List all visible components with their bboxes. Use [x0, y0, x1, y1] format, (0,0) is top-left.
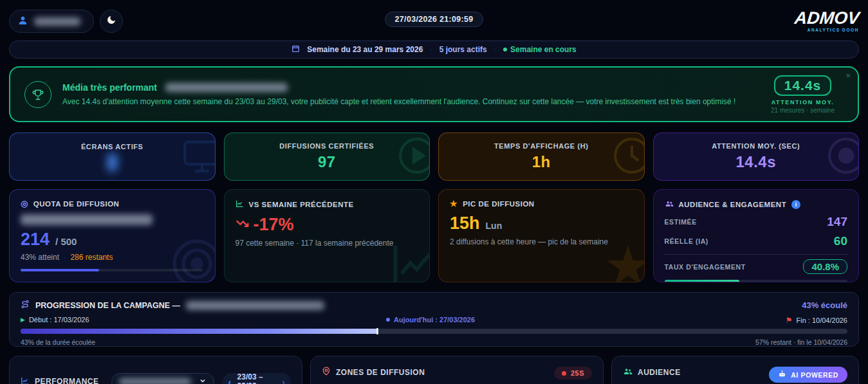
stat-value: 97 — [318, 153, 336, 171]
dashboard-page: 27/03/2026 21:09:59 ADMOV ANALYTICS DOOH… — [0, 0, 868, 384]
trending-down-icon — [235, 217, 249, 233]
vs-week-delta: -17% — [254, 215, 294, 235]
engagement-rate-badge: 40.8% — [803, 259, 847, 274]
peak-day: Lun — [486, 221, 503, 231]
stat-value: 14.4s — [735, 153, 776, 171]
quota-remaining: 286 restants — [70, 253, 113, 262]
status-dot-icon — [503, 48, 507, 51]
quota-card: ◎ QUOTA DE DIFFUSION 214 / 500 43% attei… — [9, 189, 216, 282]
refresh-countdown-badge: 25S — [554, 367, 592, 379]
progression-end: ⚑ Fin : 10/04/2026 — [786, 316, 847, 325]
flag-icon: ⚑ — [786, 316, 793, 325]
stats-row: ÉCRANS ACTIFS DIFFUSIONS CERTIFIÉES 97 T… — [9, 133, 859, 181]
trophy-icon — [24, 81, 51, 108]
redacted-media-name — [165, 83, 288, 92]
theme-toggle-button[interactable] — [100, 10, 123, 33]
quota-progress-fill — [21, 269, 99, 271]
redacted-campaign-name — [186, 301, 324, 310]
user-icon — [17, 15, 28, 28]
alert-metric-block: 14.4s ATTENTION MOY. 21 mesures · semain… — [771, 75, 835, 114]
estimated-label: ESTIMÉE — [665, 218, 697, 226]
logo-title: ADMOV — [793, 10, 860, 27]
separator: · — [430, 46, 432, 53]
peak-value: 15h — [450, 214, 480, 233]
engagement-label: TAUX D'ENGAGEMENT — [665, 263, 746, 271]
performance-card: PERFORMANCE ‹ 23/03 – 29/03 › — [9, 356, 302, 384]
diffusion-zones-card: ZONES DE DIFFUSION 25S — [310, 356, 604, 384]
admov-logo: ADMOV ANALYTICS DOOH — [795, 10, 860, 33]
peak-card: ★ PIC DE DIFFUSION 15h Lun 2 diffusions … — [438, 189, 645, 282]
date-range-nav: ‹ 23/03 – 29/03 › — [223, 373, 291, 384]
bottom-cards-row: PERFORMANCE ‹ 23/03 – 29/03 › ZONES DE D… — [9, 356, 859, 384]
stat-value: 1h — [532, 153, 551, 171]
ai-powered-badge: AI POWERED — [769, 367, 847, 383]
vs-week-title: VS SEMAINE PRÉCÉDENTE — [249, 201, 354, 208]
clock-icon — [612, 136, 645, 178]
eye-icon — [826, 136, 859, 178]
stat-card-display-time: TEMPS D'AFFICHAGE (H) 1h — [438, 133, 645, 181]
quota-pct: 43% atteint — [21, 253, 59, 262]
performance-alert-banner: Média très performant Avec 14.4s d'atten… — [9, 66, 859, 122]
chart-bg-icon — [387, 239, 430, 282]
progression-pct-elapsed: 43% écoulé — [802, 300, 847, 310]
separator: · — [494, 46, 496, 53]
top-bar: 27/03/2026 21:09:59 ADMOV ANALYTICS DOOH — [9, 8, 859, 35]
estimated-value: 147 — [827, 215, 847, 229]
info-cards-row: ◎ QUOTA DE DIFFUSION 214 / 500 43% attei… — [9, 189, 859, 282]
route-icon — [21, 300, 30, 311]
audience-title: AUDIENCE — [638, 368, 681, 377]
audience-card: AUDIENCE AI POWERED — [611, 356, 859, 384]
close-icon[interactable]: × — [845, 71, 851, 80]
audience-card-title: AUDIENCE & ENGAGEMENT — [679, 201, 787, 208]
play-circle-icon — [397, 136, 430, 178]
date-range-label: 23/03 – 29/03 — [237, 372, 276, 384]
stat-card-screens: ÉCRANS ACTIFS — [9, 133, 216, 181]
redacted-username — [34, 17, 80, 26]
robot-icon — [778, 370, 786, 379]
chevron-left-icon[interactable]: ‹ — [228, 377, 232, 384]
progression-today: Aujourd'hui : 27/03/2026 — [386, 316, 475, 324]
attention-value-sub: 21 mesures · semaine — [771, 107, 835, 114]
user-menu-button[interactable] — [9, 10, 94, 33]
alert-message: Avec 14.4s d'attention moyenne cette sem… — [62, 97, 751, 106]
stat-label: ATTENTION MOY. (SEC) — [712, 142, 800, 150]
info-icon[interactable]: i — [791, 200, 800, 209]
progression-start: ▶ Début : 17/03/2026 — [21, 316, 89, 324]
progression-today-marker — [376, 328, 378, 334]
play-triangle-icon: ▶ — [21, 316, 25, 323]
current-week-status: Semaine en cours — [503, 45, 577, 54]
calendar-icon — [291, 44, 300, 55]
week-bar: Semaine du 23 au 29 mars 2026 · 5 jours … — [9, 41, 859, 59]
redacted-screens-count — [107, 154, 117, 171]
stat-label: ÉCRANS ACTIFS — [81, 143, 143, 151]
map-pin-icon — [322, 367, 331, 378]
star-icon: ★ — [450, 199, 457, 208]
moon-icon — [106, 15, 116, 28]
people-icon — [623, 367, 633, 378]
performance-title: PERFORMANCE — [35, 377, 99, 384]
stat-card-attention: ATTENTION MOY. (SEC) 14.4s — [653, 133, 860, 181]
peak-title: PIC DE DIFFUSION — [463, 200, 535, 208]
attention-value: 14.4s — [774, 75, 832, 96]
people-icon — [665, 199, 674, 210]
stat-label: TEMPS D'AFFICHAGE (H) — [494, 142, 589, 150]
zones-title: ZONES DE DIFFUSION — [336, 368, 425, 377]
chart-line-icon — [235, 199, 244, 209]
campaign-select[interactable] — [111, 373, 214, 384]
monitor-icon — [181, 135, 216, 179]
target-bg-icon — [170, 237, 216, 282]
real-ai-label: RÉELLE (IA) — [665, 237, 708, 245]
active-days-label: 5 jours actifs — [439, 45, 487, 54]
red-dot-icon — [562, 371, 566, 376]
chevron-right-icon[interactable]: › — [282, 377, 285, 384]
engagement-progress-track — [665, 280, 848, 282]
divider — [665, 254, 848, 255]
audience-engagement-card: AUDIENCE & ENGAGEMENT i ESTIMÉE 147 RÉEL… — [653, 189, 860, 282]
progression-track — [21, 329, 847, 334]
alert-title: Média très performant — [62, 82, 157, 93]
chart-line-icon — [21, 376, 30, 384]
star-bg-icon: ★ — [603, 238, 644, 282]
week-range-label: Semaine du 23 au 29 mars 2026 — [307, 45, 423, 54]
redacted-selected-campaign — [119, 378, 191, 384]
target-icon: ◎ — [21, 199, 28, 208]
